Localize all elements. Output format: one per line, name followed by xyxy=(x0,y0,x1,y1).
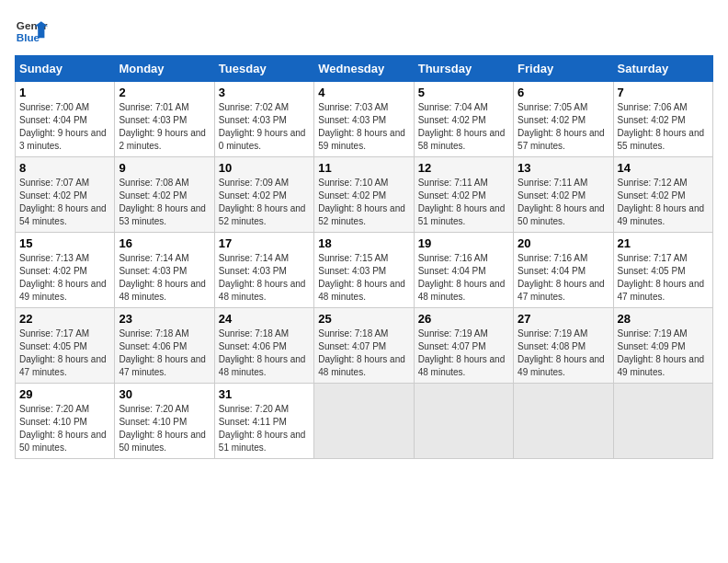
day-info: Sunrise: 7:00 AM Sunset: 4:04 PM Dayligh… xyxy=(19,101,110,153)
day-info: Sunrise: 7:19 AM Sunset: 4:09 PM Dayligh… xyxy=(618,327,709,379)
day-number: 26 xyxy=(418,312,509,326)
week-row-4: 22Sunrise: 7:17 AM Sunset: 4:05 PM Dayli… xyxy=(16,308,713,384)
calendar-cell xyxy=(514,384,613,459)
week-row-3: 15Sunrise: 7:13 AM Sunset: 4:02 PM Dayli… xyxy=(16,233,713,308)
day-number: 27 xyxy=(518,312,609,326)
calendar-cell: 5Sunrise: 7:04 AM Sunset: 4:02 PM Daylig… xyxy=(414,82,513,157)
day-info: Sunrise: 7:20 AM Sunset: 4:10 PM Dayligh… xyxy=(19,403,110,454)
calendar-cell xyxy=(613,384,712,459)
svg-text:Blue: Blue xyxy=(17,31,40,43)
weekday-header-row: SundayMondayTuesdayWednesdayThursdayFrid… xyxy=(16,56,713,82)
day-number: 5 xyxy=(418,86,509,99)
day-info: Sunrise: 7:02 AM Sunset: 4:03 PM Dayligh… xyxy=(219,101,310,153)
day-info: Sunrise: 7:20 AM Sunset: 4:10 PM Dayligh… xyxy=(119,403,210,454)
day-number: 12 xyxy=(418,161,509,175)
calendar-cell: 13Sunrise: 7:11 AM Sunset: 4:02 PM Dayli… xyxy=(514,157,613,233)
day-info: Sunrise: 7:04 AM Sunset: 4:02 PM Dayligh… xyxy=(418,101,509,153)
day-info: Sunrise: 7:15 AM Sunset: 4:03 PM Dayligh… xyxy=(318,252,409,304)
day-info: Sunrise: 7:06 AM Sunset: 4:02 PM Dayligh… xyxy=(618,101,709,153)
weekday-tuesday: Tuesday xyxy=(214,56,313,82)
day-number: 17 xyxy=(219,236,310,250)
weekday-wednesday: Wednesday xyxy=(314,56,414,82)
calendar-cell: 21Sunrise: 7:17 AM Sunset: 4:05 PM Dayli… xyxy=(613,233,712,308)
calendar-cell: 22Sunrise: 7:17 AM Sunset: 4:05 PM Dayli… xyxy=(16,308,115,384)
day-info: Sunrise: 7:18 AM Sunset: 4:06 PM Dayligh… xyxy=(119,327,210,379)
weekday-friday: Friday xyxy=(514,56,613,82)
calendar-cell: 29Sunrise: 7:20 AM Sunset: 4:10 PM Dayli… xyxy=(16,384,115,459)
day-number: 6 xyxy=(518,86,609,99)
day-info: Sunrise: 7:09 AM Sunset: 4:02 PM Dayligh… xyxy=(219,177,310,228)
day-info: Sunrise: 7:11 AM Sunset: 4:02 PM Dayligh… xyxy=(418,177,509,228)
day-info: Sunrise: 7:18 AM Sunset: 4:06 PM Dayligh… xyxy=(219,327,310,379)
day-info: Sunrise: 7:16 AM Sunset: 4:04 PM Dayligh… xyxy=(518,252,609,304)
calendar-cell: 7Sunrise: 7:06 AM Sunset: 4:02 PM Daylig… xyxy=(613,82,712,157)
calendar-cell: 25Sunrise: 7:18 AM Sunset: 4:07 PM Dayli… xyxy=(314,308,414,384)
day-number: 3 xyxy=(219,86,310,99)
day-number: 31 xyxy=(219,387,310,401)
day-number: 16 xyxy=(119,236,210,250)
day-number: 1 xyxy=(19,86,110,99)
day-info: Sunrise: 7:17 AM Sunset: 4:05 PM Dayligh… xyxy=(19,327,110,379)
calendar-cell: 28Sunrise: 7:19 AM Sunset: 4:09 PM Dayli… xyxy=(613,308,712,384)
day-number: 10 xyxy=(219,161,310,175)
calendar-cell: 18Sunrise: 7:15 AM Sunset: 4:03 PM Dayli… xyxy=(314,233,414,308)
calendar-cell: 17Sunrise: 7:14 AM Sunset: 4:03 PM Dayli… xyxy=(214,233,313,308)
day-number: 23 xyxy=(119,312,210,326)
week-row-2: 8Sunrise: 7:07 AM Sunset: 4:02 PM Daylig… xyxy=(16,157,713,233)
calendar-cell xyxy=(414,384,513,459)
logo-icon: General Blue xyxy=(15,15,48,48)
day-number: 22 xyxy=(19,312,110,326)
calendar-cell: 11Sunrise: 7:10 AM Sunset: 4:02 PM Dayli… xyxy=(314,157,414,233)
calendar-cell: 31Sunrise: 7:20 AM Sunset: 4:11 PM Dayli… xyxy=(214,384,313,459)
day-number: 24 xyxy=(219,312,310,326)
day-info: Sunrise: 7:10 AM Sunset: 4:02 PM Dayligh… xyxy=(318,177,409,228)
day-info: Sunrise: 7:19 AM Sunset: 4:08 PM Dayligh… xyxy=(518,327,609,379)
weekday-thursday: Thursday xyxy=(414,56,513,82)
day-number: 25 xyxy=(318,312,409,326)
day-info: Sunrise: 7:03 AM Sunset: 4:03 PM Dayligh… xyxy=(318,101,409,153)
day-number: 7 xyxy=(618,86,709,99)
calendar-cell: 12Sunrise: 7:11 AM Sunset: 4:02 PM Dayli… xyxy=(414,157,513,233)
page-header: General Blue xyxy=(15,15,713,48)
day-info: Sunrise: 7:13 AM Sunset: 4:02 PM Dayligh… xyxy=(19,252,110,304)
day-number: 9 xyxy=(119,161,210,175)
day-info: Sunrise: 7:11 AM Sunset: 4:02 PM Dayligh… xyxy=(518,177,609,228)
day-number: 19 xyxy=(418,236,509,250)
day-number: 21 xyxy=(618,236,709,250)
weekday-saturday: Saturday xyxy=(613,56,712,82)
calendar-cell: 19Sunrise: 7:16 AM Sunset: 4:04 PM Dayli… xyxy=(414,233,513,308)
calendar-cell: 15Sunrise: 7:13 AM Sunset: 4:02 PM Dayli… xyxy=(16,233,115,308)
day-number: 14 xyxy=(618,161,709,175)
day-info: Sunrise: 7:08 AM Sunset: 4:02 PM Dayligh… xyxy=(119,177,210,228)
day-info: Sunrise: 7:17 AM Sunset: 4:05 PM Dayligh… xyxy=(618,252,709,304)
day-info: Sunrise: 7:12 AM Sunset: 4:02 PM Dayligh… xyxy=(618,177,709,228)
day-number: 18 xyxy=(318,236,409,250)
day-number: 13 xyxy=(518,161,609,175)
calendar-cell: 26Sunrise: 7:19 AM Sunset: 4:07 PM Dayli… xyxy=(414,308,513,384)
week-row-1: 1Sunrise: 7:00 AM Sunset: 4:04 PM Daylig… xyxy=(16,82,713,157)
day-number: 30 xyxy=(119,387,210,401)
day-info: Sunrise: 7:20 AM Sunset: 4:11 PM Dayligh… xyxy=(219,403,310,454)
day-info: Sunrise: 7:05 AM Sunset: 4:02 PM Dayligh… xyxy=(518,101,609,153)
day-number: 4 xyxy=(318,86,409,99)
calendar-cell: 4Sunrise: 7:03 AM Sunset: 4:03 PM Daylig… xyxy=(314,82,414,157)
day-number: 8 xyxy=(19,161,110,175)
calendar-cell: 10Sunrise: 7:09 AM Sunset: 4:02 PM Dayli… xyxy=(214,157,313,233)
day-info: Sunrise: 7:16 AM Sunset: 4:04 PM Dayligh… xyxy=(418,252,509,304)
calendar-body: 1Sunrise: 7:00 AM Sunset: 4:04 PM Daylig… xyxy=(16,82,713,459)
day-number: 11 xyxy=(318,161,409,175)
day-number: 20 xyxy=(518,236,609,250)
day-number: 29 xyxy=(19,387,110,401)
day-number: 15 xyxy=(19,236,110,250)
day-info: Sunrise: 7:01 AM Sunset: 4:03 PM Dayligh… xyxy=(119,101,210,153)
day-info: Sunrise: 7:14 AM Sunset: 4:03 PM Dayligh… xyxy=(219,252,310,304)
logo: General Blue xyxy=(15,15,48,48)
calendar-cell: 20Sunrise: 7:16 AM Sunset: 4:04 PM Dayli… xyxy=(514,233,613,308)
calendar-cell: 27Sunrise: 7:19 AM Sunset: 4:08 PM Dayli… xyxy=(514,308,613,384)
calendar-cell: 24Sunrise: 7:18 AM Sunset: 4:06 PM Dayli… xyxy=(214,308,313,384)
week-row-5: 29Sunrise: 7:20 AM Sunset: 4:10 PM Dayli… xyxy=(16,384,713,459)
calendar-cell: 23Sunrise: 7:18 AM Sunset: 4:06 PM Dayli… xyxy=(115,308,214,384)
calendar-cell: 30Sunrise: 7:20 AM Sunset: 4:10 PM Dayli… xyxy=(115,384,214,459)
calendar-cell: 8Sunrise: 7:07 AM Sunset: 4:02 PM Daylig… xyxy=(16,157,115,233)
calendar-cell xyxy=(314,384,414,459)
